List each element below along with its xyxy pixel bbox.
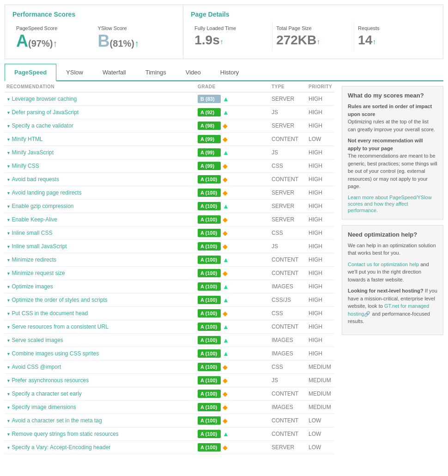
diamond-icon: ◆ bbox=[223, 390, 228, 397]
scores-learn-more-link[interactable]: Learn more about PageSpeed/YSlow scores … bbox=[348, 195, 432, 213]
rec-name-link[interactable]: Serve scaled images bbox=[6, 337, 63, 343]
pagespeed-score-item: PageSpeed Score A(97%)↑ bbox=[12, 22, 94, 53]
rec-name-cell: Avoid CSS @import bbox=[5, 360, 196, 374]
rec-name-link[interactable]: Minify CSS bbox=[6, 163, 39, 169]
tab-pagespeed[interactable]: PageSpeed bbox=[5, 64, 56, 81]
tab-waterfall[interactable]: Waterfall bbox=[93, 64, 136, 81]
rec-name-link[interactable]: Avoid bad requests bbox=[6, 176, 59, 183]
rec-name-link[interactable]: Minify JavaScript bbox=[6, 149, 54, 156]
grade-bar: A (100) bbox=[198, 336, 221, 344]
tab-history[interactable]: History bbox=[211, 64, 248, 81]
rec-grade-cell: A (100)▲ bbox=[196, 320, 270, 334]
rec-name-link[interactable]: Avoid a character set in the meta tag bbox=[6, 417, 102, 424]
rec-name-link[interactable]: Prefer asynchronous resources bbox=[6, 377, 89, 384]
rec-name-link[interactable]: Inline small JavaScript bbox=[6, 243, 67, 250]
rec-priority-cell: HIGH bbox=[307, 307, 334, 320]
rec-name-link[interactable]: Defer parsing of JavaScript bbox=[6, 109, 79, 116]
rec-name-cell: Specify a character set early bbox=[5, 387, 196, 401]
rec-name-cell: Serve scaled images bbox=[5, 334, 196, 347]
fully-loaded-label: Fully Loaded Time bbox=[194, 25, 268, 31]
col-recommendation: Recommendation bbox=[5, 81, 196, 92]
rec-grade-cell: A (100)◆ bbox=[196, 387, 270, 401]
rec-type-cell: CSS/JS bbox=[270, 293, 307, 307]
rec-type-cell: CONTENT bbox=[270, 173, 307, 186]
rec-name-cell: Specify image dimensions bbox=[5, 401, 196, 414]
rec-type-cell: CSS bbox=[270, 360, 307, 374]
page-details-title: Page Details bbox=[191, 11, 436, 18]
rec-name-link[interactable]: Inline small CSS bbox=[6, 230, 52, 236]
rec-grade-cell: A (100)▲ bbox=[196, 253, 270, 267]
table-row: Inline small JavaScriptA (100)◆JSHIGH bbox=[5, 240, 334, 253]
table-row: Minimize redirectsA (100)▲CONTENTHIGH bbox=[5, 253, 334, 267]
rec-priority-cell: HIGH bbox=[307, 240, 334, 253]
grade-bar: A (100) bbox=[198, 376, 221, 384]
tab-yslow[interactable]: YSlow bbox=[56, 64, 93, 81]
rec-name-cell: Prefer asynchronous resources bbox=[5, 374, 196, 387]
fully-loaded-value: 1.9s↑ bbox=[194, 33, 268, 48]
table-row: Remove query strings from static resourc… bbox=[5, 427, 334, 441]
rec-name-link[interactable]: Specify a cache validator bbox=[6, 122, 73, 129]
rec-name-link[interactable]: Avoid CSS @import bbox=[6, 364, 61, 370]
grade-bar: A (100) bbox=[198, 189, 221, 197]
grade-bar: A (100) bbox=[198, 229, 221, 237]
rec-name-link[interactable]: Put CSS in the document head bbox=[6, 310, 88, 317]
grade-bar: A (100) bbox=[198, 175, 221, 183]
grade-bar: A (98) bbox=[198, 122, 221, 130]
rec-name-link[interactable]: Minimize redirects bbox=[6, 256, 56, 263]
rec-name-link[interactable]: Minify HTML bbox=[6, 136, 43, 142]
diamond-icon: ◆ bbox=[223, 189, 228, 196]
rec-grade-cell: A (100)▲ bbox=[196, 280, 270, 293]
diamond-icon: ◆ bbox=[223, 310, 228, 317]
rec-name-link[interactable]: Leverage browser caching bbox=[6, 96, 77, 102]
rec-name-link[interactable]: Avoid landing page redirects bbox=[6, 189, 82, 196]
arrow-up-icon: ▲ bbox=[223, 430, 229, 438]
rec-type-cell: SERVER bbox=[270, 92, 307, 106]
grade-bar: A (100) bbox=[198, 349, 221, 358]
grade-bar: A (100) bbox=[198, 430, 221, 438]
grade-bar: A (100) bbox=[198, 443, 221, 452]
grade-bar: A (100) bbox=[198, 215, 221, 224]
rec-type-cell: JS bbox=[270, 106, 307, 119]
grade-bar: A (92) bbox=[198, 108, 221, 116]
rec-priority-cell: LOW bbox=[307, 427, 334, 441]
table-row: Specify a character set earlyA (100)◆CON… bbox=[5, 387, 334, 401]
rec-name-cell: Minimize request size bbox=[5, 267, 196, 280]
rec-name-link[interactable]: Combine images using CSS sprites bbox=[6, 350, 99, 357]
grade-bar: A (100) bbox=[198, 242, 221, 250]
tab-timings[interactable]: Timings bbox=[136, 64, 176, 81]
rec-priority-cell: MEDIUM bbox=[307, 387, 334, 401]
rec-name-link[interactable]: Specify image dimensions bbox=[6, 404, 76, 410]
rec-name-link[interactable]: Optimize images bbox=[6, 283, 53, 290]
rec-name-cell: Inline small CSS bbox=[5, 226, 196, 240]
table-row: Leverage browser cachingB (83)▲SERVERHIG… bbox=[5, 92, 334, 106]
tab-video[interactable]: Video bbox=[176, 64, 211, 81]
grade-bar: A (100) bbox=[198, 323, 221, 331]
rec-name-link[interactable]: Remove query strings from static resourc… bbox=[6, 431, 119, 437]
optimization-p1-text: We can help in an optimization solution … bbox=[348, 243, 436, 256]
rec-name-cell: Minify CSS bbox=[5, 159, 196, 173]
rec-name-link[interactable]: Serve resources from a consistent URL bbox=[6, 323, 109, 330]
rec-grade-cell: A (92)▲ bbox=[196, 106, 270, 119]
rec-name-cell: Defer parsing of JavaScript bbox=[5, 106, 196, 119]
rec-grade-cell: A (100)◆ bbox=[196, 374, 270, 387]
rec-priority-cell: HIGH bbox=[307, 347, 334, 360]
table-row: Enable Keep-AliveA (100)◆SERVERHIGH bbox=[5, 213, 334, 226]
table-row: Serve resources from a consistent URLA (… bbox=[5, 320, 334, 334]
rec-name-link[interactable]: Specify a Vary: Accept-Encoding header bbox=[6, 444, 110, 451]
rec-grade-cell: A (100)▲ bbox=[196, 347, 270, 360]
rec-name-link[interactable]: Minimize request size bbox=[6, 270, 65, 276]
rec-priority-cell: MEDIUM bbox=[307, 401, 334, 414]
diamond-icon: ◆ bbox=[223, 403, 228, 411]
rec-name-cell: Avoid landing page redirects bbox=[5, 186, 196, 200]
rec-priority-cell: HIGH bbox=[307, 186, 334, 200]
contact-link[interactable]: Contact us for optimization help bbox=[348, 262, 419, 267]
rec-name-link[interactable]: Enable Keep-Alive bbox=[6, 216, 57, 223]
rec-name-link[interactable]: Enable gzip compression bbox=[6, 203, 74, 209]
rec-name-link[interactable]: Optimize the order of styles and scripts bbox=[6, 297, 108, 303]
rec-name-link[interactable]: Specify a character set early bbox=[6, 391, 82, 397]
diamond-icon: ◆ bbox=[223, 417, 228, 424]
table-row: Avoid landing page redirectsA (100)◆SERV… bbox=[5, 186, 334, 200]
rec-type-cell: CONTENT bbox=[270, 253, 307, 267]
rec-type-cell: JS bbox=[270, 240, 307, 253]
rec-grade-cell: A (100)◆ bbox=[196, 441, 270, 454]
